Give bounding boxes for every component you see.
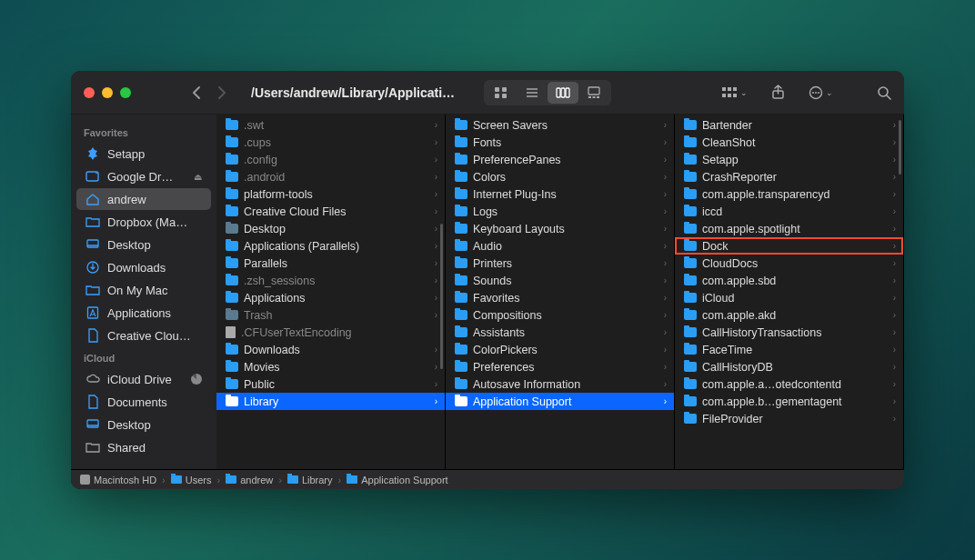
column-row[interactable]: Screen Savers› [446, 116, 674, 134]
icon-view-button[interactable] [486, 82, 517, 104]
column-row[interactable]: CloudDocs› [675, 255, 903, 272]
column-row[interactable]: Desktop› [216, 220, 445, 237]
path-segment[interactable]: andrew [226, 475, 273, 485]
zoom-button[interactable] [120, 87, 131, 98]
chevron-right-icon: › [664, 362, 667, 372]
sidebar-item[interactable]: Setapp [76, 143, 211, 165]
column-row[interactable]: Trash› [216, 306, 445, 324]
column-row[interactable]: com.apple.transparencyd› [675, 185, 903, 203]
path-segment-label: Users [186, 475, 212, 485]
column-row[interactable]: com.apple.sbd› [675, 272, 903, 289]
back-button[interactable] [191, 85, 201, 100]
column-row[interactable]: Movies› [216, 358, 445, 375]
sidebar-item[interactable]: iCloud Drive [76, 368, 211, 390]
column-row[interactable]: Fonts› [446, 134, 674, 151]
column-row[interactable]: FaceTime› [675, 341, 903, 358]
column-row[interactable]: .android› [216, 168, 445, 185]
group-by-button[interactable]: ⌄ [721, 86, 748, 99]
scrollbar[interactable] [899, 120, 901, 175]
column-row[interactable]: Public› [216, 375, 445, 393]
column-row[interactable]: Downloads› [216, 341, 445, 358]
column-row[interactable]: Keyboard Layouts› [446, 220, 674, 237]
column-row[interactable]: Autosave Information› [446, 375, 674, 393]
column-row[interactable]: com.apple.a…otedcontentd› [675, 375, 903, 393]
minimize-button[interactable] [102, 87, 113, 98]
path-segment[interactable]: Users [171, 475, 212, 485]
sidebar-item[interactable]: Downloads [76, 256, 211, 278]
scrollbar[interactable] [440, 224, 443, 369]
column-row[interactable]: Applications (Parallels)› [216, 237, 445, 255]
column-row[interactable]: CallHistoryTransactions› [675, 324, 903, 341]
gallery-view-button[interactable] [578, 82, 609, 104]
column-row[interactable]: Sounds› [446, 272, 674, 289]
column-row[interactable]: Library› [216, 393, 445, 410]
column-row[interactable]: iccd› [675, 203, 903, 220]
column-row[interactable]: .config› [216, 151, 445, 168]
sidebar-item[interactable]: Desktop [76, 414, 211, 435]
column-row[interactable]: Creative Cloud Files› [216, 203, 445, 220]
column-row[interactable]: com.apple.spotlight› [675, 220, 903, 237]
column-row[interactable]: Bartender› [675, 116, 903, 134]
column-row[interactable]: Assistants› [446, 324, 674, 341]
column-row[interactable]: Favorites› [446, 289, 674, 306]
column-row[interactable]: platform-tools› [216, 185, 445, 203]
column-row[interactable]: Printers› [446, 255, 674, 272]
search-button[interactable] [877, 85, 891, 100]
column-row[interactable]: .CFUserTextEncoding [216, 324, 445, 341]
column-row[interactable]: CallHistoryDB› [675, 358, 903, 375]
sidebar-item[interactable]: Applications [76, 302, 211, 324]
column-row[interactable]: com.apple.b…gementagent› [675, 393, 903, 410]
action-button[interactable]: ⌄ [809, 85, 833, 100]
column[interactable]: .swt›.cups›.config›.android›platform-too… [216, 115, 446, 469]
eject-icon[interactable]: ⏏ [194, 172, 202, 182]
sidebar-item[interactable]: Dropbox (Ma… [76, 211, 211, 233]
column-row[interactable]: Colors› [446, 168, 674, 185]
sidebar-item[interactable]: Creative Clou… [76, 325, 211, 346]
column-row[interactable]: FileProvider› [675, 410, 903, 427]
forward-button[interactable] [217, 85, 227, 100]
sidebar-item[interactable]: Google Dr…⏏ [76, 165, 211, 187]
column-row[interactable]: Internet Plug-Ins› [446, 185, 674, 203]
column-row[interactable]: Applications› [216, 289, 445, 306]
sidebar-item[interactable]: Shared [76, 436, 211, 458]
chevron-right-icon: › [435, 189, 437, 199]
column-row[interactable]: Logs› [446, 203, 674, 220]
list-view-button[interactable] [517, 82, 548, 104]
folder-icon [226, 362, 238, 372]
column-row[interactable]: Setapp› [675, 151, 903, 168]
sidebar-item[interactable]: On My Mac [76, 279, 211, 301]
column-row[interactable]: com.apple.akd› [675, 306, 903, 324]
item-name: Bartender [702, 119, 888, 132]
column-row[interactable]: Compositions› [446, 306, 674, 324]
column-row[interactable]: .cups› [216, 134, 445, 151]
window-controls [84, 87, 131, 98]
sidebar-item[interactable]: Documents [76, 391, 211, 413]
sidebar-item[interactable]: andrew [76, 188, 211, 210]
column-view-button[interactable] [548, 82, 578, 104]
close-button[interactable] [84, 87, 95, 98]
column-row[interactable]: Application Support› [446, 393, 674, 410]
column-row[interactable]: iCloud› [675, 289, 903, 306]
column-row[interactable]: CrashReporter› [675, 168, 903, 185]
column-row[interactable]: ColorPickers› [446, 341, 674, 358]
chevron-right-icon: › [893, 414, 896, 424]
column-row[interactable]: .swt› [216, 116, 445, 134]
path-segment[interactable]: Application Support [347, 475, 447, 485]
column[interactable]: Bartender›CleanShot›Setapp›CrashReporter… [675, 115, 904, 469]
sidebar-item[interactable]: Desktop [76, 234, 211, 255]
column-row[interactable]: Audio› [446, 237, 674, 255]
sidebar[interactable]: FavoritesSetappGoogle Dr…⏏andrewDropbox … [71, 115, 216, 469]
column-row-highlighted[interactable]: Dock› [675, 237, 903, 255]
column-row[interactable]: Preferences› [446, 358, 674, 375]
column-row[interactable]: .zsh_sessions› [216, 272, 445, 289]
path-segment[interactable]: Library [287, 475, 333, 485]
folder-icon [455, 275, 467, 285]
column-row[interactable]: Parallels› [216, 255, 445, 272]
column-row[interactable]: CleanShot› [675, 134, 903, 151]
path-bar[interactable]: Macintosh HD›Users›andrew›Library›Applic… [71, 469, 904, 489]
share-button[interactable] [771, 85, 785, 100]
column[interactable]: Screen Savers›Fonts›PreferencePanes›Colo… [446, 115, 675, 469]
path-segment[interactable]: Macintosh HD [80, 475, 156, 485]
column-row[interactable]: PreferencePanes› [446, 151, 674, 168]
folder-icon [226, 310, 238, 320]
